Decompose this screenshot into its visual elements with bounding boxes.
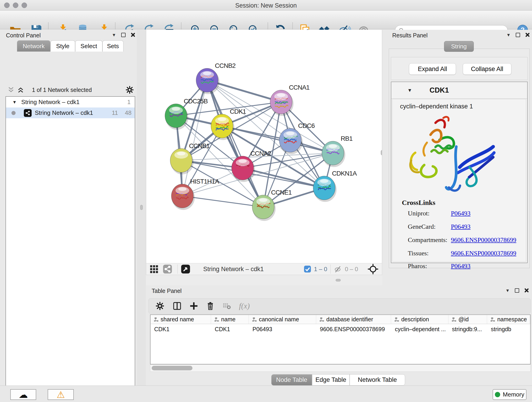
grid-view-icon[interactable] [149, 264, 158, 274]
control-panel-float-icon[interactable] [121, 33, 126, 37]
network-list: ▼ String Network – cdk1 1 String Network… [6, 96, 135, 402]
network-node-CDC25B[interactable]: CDC25B [165, 98, 208, 130]
expand-all-button[interactable]: Expand All [409, 63, 456, 75]
column-header-@id[interactable]: @id [448, 315, 487, 324]
pharos-link[interactable]: P06493 [451, 262, 471, 270]
table-cell[interactable]: 9606.ENSP00000378699 [316, 324, 391, 334]
results-panel-close-icon[interactable] [525, 32, 530, 37]
status-bar: ☁ ⚠ Memory [0, 385, 532, 402]
network-node-CDK1[interactable]: CDK1 [211, 108, 246, 140]
tab-network[interactable]: Network [17, 40, 51, 51]
network-graph[interactable]: CCNB2CCNA1CDC25BCDK1CDC6RB1CCNB1CCNA2HIS… [146, 30, 382, 263]
birdseye-toggle-icon[interactable] [181, 264, 190, 274]
genecard-link[interactable]: P06493 [451, 223, 471, 230]
selected-checkbox-icon[interactable] [304, 265, 311, 273]
table-panel-title: Table Panel [152, 288, 182, 294]
gene-entry-content: cyclin–dependent kinase 1 [393, 99, 526, 262]
column-header-namespace[interactable]: namespace [487, 315, 530, 324]
tab-string[interactable]: String [444, 41, 474, 52]
table-panel-menu-icon[interactable]: ▼ [505, 288, 510, 293]
table-cell[interactable]: stringdb [487, 324, 530, 334]
control-panel-menu-icon[interactable]: ▼ [112, 33, 116, 37]
expand-collapse-box: Expand All Collapse All [391, 57, 528, 80]
network-collection-row[interactable]: ▼ String Network – cdk1 1 [6, 97, 135, 108]
crosslink-row: Compartments: 9606.ENSP00000378699 [408, 236, 522, 244]
table-header-row: shared namenamecanonical namedatabase id… [151, 315, 530, 324]
table-cell[interactable]: P06493 [249, 324, 316, 334]
collection-count: 1 [127, 99, 131, 106]
network-list-toolbar: 1 of 1 Network selected [0, 84, 137, 96]
table-cell[interactable]: CDK1 [211, 324, 249, 334]
collapse-all-button[interactable]: Collapse All [463, 63, 511, 75]
results-panel-menu-icon[interactable]: ▼ [506, 33, 511, 37]
network-share-icon[interactable] [163, 264, 172, 274]
network-node-RB1[interactable]: RB1 [322, 135, 353, 167]
gene-entry-collapse-icon[interactable]: ▼ [407, 88, 412, 93]
table-panel-float-icon[interactable] [515, 288, 519, 293]
network-options-gear-icon[interactable] [125, 85, 134, 95]
tab-node-table[interactable]: Node Table [271, 374, 312, 385]
network-row-label: String Network – cdk1 [35, 109, 93, 116]
network-node-CDKN1A[interactable]: CDKN1A [313, 170, 357, 202]
memory-button[interactable]: Memory [493, 389, 526, 400]
table-cell[interactable]: cyclin–dependent ... [391, 324, 448, 334]
uniprot-link[interactable]: P06493 [451, 210, 471, 217]
table-options-gear-icon[interactable] [155, 301, 165, 311]
delete-column-trash-icon[interactable] [206, 302, 215, 310]
table-row[interactable]: CDK1CDK1P064939606.ENSP00000378699cyclin… [151, 324, 530, 334]
column-header-database-identifier[interactable]: database identifier [316, 315, 391, 324]
control-panel-close-icon[interactable] [131, 32, 135, 37]
network-selected-summary: 1 of 1 Network selected [0, 87, 124, 93]
compartments-link[interactable]: 9606.ENSP00000378699 [451, 236, 516, 244]
network-node-count: 11 [112, 109, 118, 116]
warning-icon: ⚠ [57, 390, 65, 399]
create-column-plus-icon[interactable] [190, 302, 198, 310]
node-attribute-table[interactable]: shared namenamecanonical namedatabase id… [150, 314, 531, 364]
left-splitter-handle[interactable] [140, 205, 143, 210]
network-canvas[interactable]: CCNB2CCNA1CDC25BCDK1CDC6RB1CCNB1CCNA2HIS… [146, 30, 382, 263]
fit-selected-crosshair-icon[interactable] [368, 264, 378, 274]
delete-table-icon[interactable] [222, 302, 231, 310]
crosslink-row: Tissues: 9606.ENSP00000378699 [408, 249, 522, 257]
tab-select[interactable]: Select [75, 40, 102, 51]
crosslinks-title: CrossLinks [402, 199, 435, 206]
column-header-canonical-name[interactable]: canonical name [249, 315, 316, 324]
cytoscape-window: Session: New Session ? Control Panel [0, 0, 532, 402]
network-node-CCNB2[interactable]: CCNB2 [196, 62, 235, 94]
warnings-button[interactable]: ⚠ [48, 389, 74, 400]
network-node-CDC6[interactable]: CDC6 [279, 122, 315, 154]
collection-expand-icon[interactable]: ▼ [12, 100, 17, 105]
network-node-CCNE1[interactable]: CCNE1 [252, 189, 292, 221]
node-label-CCNB1: CCNB1 [189, 142, 210, 149]
horizontal-splitter-handle[interactable] [336, 279, 341, 281]
hidden-eye-slash-icon[interactable] [334, 265, 342, 274]
column-header-name[interactable]: name [211, 315, 249, 324]
tab-edge-table[interactable]: Edge Table [312, 374, 350, 385]
table-panel-close-icon[interactable] [524, 288, 529, 293]
node-label-CDC25B: CDC25B [184, 98, 208, 105]
network-view-title: String Network – cdk1 [203, 266, 264, 273]
table-hscrollbar-thumb[interactable] [152, 366, 192, 370]
network-node-HIST1H1A[interactable]: HIST1H1A [171, 178, 219, 210]
cloud-sync-button[interactable]: ☁ [10, 389, 36, 400]
tab-style[interactable]: Style [51, 40, 75, 51]
network-node-CCNA1[interactable]: CCNA1 [270, 84, 310, 116]
show-columns-icon[interactable] [172, 301, 182, 311]
results-panel: Results Panel ▼ String Expand All Collap… [382, 30, 532, 285]
function-builder-icon[interactable]: f(x) [239, 302, 250, 310]
results-panel-float-icon[interactable] [516, 33, 520, 37]
network-row-selected[interactable]: String Network – cdk1 11 48 [6, 108, 135, 118]
string-results-container: Expand All Collapse All ▼ CDK1 cyclin–de… [389, 49, 530, 268]
gene-entry-header[interactable]: ▼ CDK1 [391, 82, 527, 99]
gene-description: cyclin–dependent kinase 1 [400, 103, 473, 110]
column-header-shared-name[interactable]: shared name [151, 315, 211, 324]
table-cell[interactable]: stringdb:9... [448, 324, 487, 334]
window-title: Session: New Session [0, 2, 532, 9]
node-label-CCNA1: CCNA1 [289, 84, 310, 91]
column-header-description[interactable]: description [391, 315, 448, 324]
tab-sets[interactable]: Sets [102, 40, 123, 51]
table-hscrollbar[interactable] [150, 364, 531, 372]
table-cell[interactable]: CDK1 [151, 324, 211, 334]
tab-network-table[interactable]: Network Table [350, 374, 405, 385]
tissues-link[interactable]: 9606.ENSP00000378699 [451, 249, 516, 257]
